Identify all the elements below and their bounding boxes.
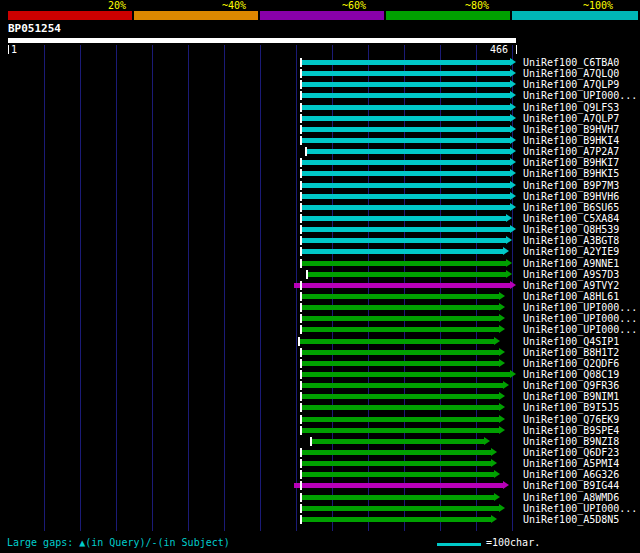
hit-row[interactable] [8,246,522,257]
hit-label[interactable]: UniRef100_A8WMD6 [523,492,619,503]
hit-alignment-bar[interactable] [300,316,499,321]
hit-label[interactable]: UniRef100_B9HVH6 [523,191,619,202]
hit-row[interactable] [8,458,522,469]
hit-row[interactable] [8,402,522,413]
hit-label[interactable]: UniRef100_Q2QDF6 [523,358,619,369]
hit-alignment-bar[interactable] [300,428,499,433]
hit-alignment-bar[interactable] [300,383,504,388]
hit-label[interactable]: UniRef100_B6SU65 [523,202,619,213]
hit-alignment-bar[interactable] [300,194,510,199]
hit-label[interactable]: UniRef100_UPI000... [523,503,637,514]
hit-label[interactable]: UniRef100_Q08C19 [523,369,619,380]
hit-label[interactable]: UniRef100_Q76EK9 [523,414,619,425]
hit-alignment-bar[interactable] [300,183,510,188]
hit-row[interactable] [8,213,522,224]
hit-row[interactable] [8,447,522,458]
hit-label[interactable]: UniRef100_B9HKI5 [523,168,619,179]
hit-alignment-bar[interactable] [300,93,510,98]
hit-row[interactable] [8,324,522,335]
hit-row[interactable] [8,291,522,302]
hit-alignment-bar[interactable] [298,339,494,344]
hit-label[interactable]: UniRef100_Q8H539 [523,224,619,235]
hit-label[interactable]: UniRef100_UPI000... [523,302,637,313]
hit-alignment-bar[interactable] [300,350,499,355]
hit-alignment-bar[interactable] [305,149,510,154]
hit-row[interactable] [8,168,522,179]
hit-label[interactable]: UniRef100_A8HL61 [523,291,619,302]
hit-label[interactable]: UniRef100_B9NIM1 [523,391,619,402]
hit-row[interactable] [8,380,522,391]
hit-alignment-bar[interactable] [300,495,494,500]
hit-row[interactable] [8,124,522,135]
hit-row[interactable] [8,235,522,246]
hit-alignment-bar[interactable] [300,60,510,65]
hit-row[interactable] [8,436,522,447]
hit-row[interactable] [8,157,522,168]
hit-label[interactable]: UniRef100_UPI000... [523,90,637,101]
hit-alignment-bar[interactable] [300,327,499,332]
hit-label[interactable]: UniRef100_A6G326 [523,469,619,480]
hit-row[interactable] [8,336,522,347]
hit-row[interactable] [8,514,522,525]
hit-alignment-bar[interactable] [300,472,494,477]
hit-label[interactable]: UniRef100_A5D8N5 [523,514,619,525]
hit-alignment-bar[interactable] [300,517,492,522]
hit-label[interactable]: UniRef100_A9NNE1 [523,258,619,269]
hit-alignment-bar[interactable] [300,238,506,243]
hit-row[interactable] [8,358,522,369]
hit-alignment-bar[interactable] [300,294,499,299]
hit-row[interactable] [8,425,522,436]
hit-alignment-bar[interactable] [310,439,484,444]
hit-alignment-bar[interactable] [300,305,499,310]
hit-label[interactable]: UniRef100_A5PMI4 [523,458,619,469]
hit-alignment-bar[interactable] [300,461,492,466]
hit-label[interactable]: UniRef100_Q9FR36 [523,380,619,391]
hit-row[interactable] [8,503,522,514]
hit-row[interactable] [8,391,522,402]
hit-row[interactable] [8,202,522,213]
hit-label[interactable]: UniRef100_A7QLQ0 [523,68,619,79]
hit-row[interactable] [8,492,522,503]
hit-label[interactable]: UniRef100_B9IG44 [523,480,619,491]
hit-alignment-bar[interactable] [300,506,499,511]
hit-alignment-bar[interactable] [300,405,499,410]
hit-alignment-bar[interactable] [300,160,510,165]
hit-alignment-bar[interactable] [306,272,505,277]
hit-row[interactable] [8,302,522,313]
hit-row[interactable] [8,79,522,90]
hit-row[interactable] [8,224,522,235]
hit-label[interactable]: UniRef100_B9SPE4 [523,425,619,436]
hit-label[interactable]: UniRef100_B9I5J5 [523,402,619,413]
hit-label[interactable]: UniRef100_B9HKI4 [523,135,619,146]
hit-row[interactable] [8,57,522,68]
hit-row[interactable] [8,480,522,491]
hit-alignment-bar[interactable] [300,417,499,422]
hit-alignment-bar[interactable] [300,372,510,377]
hit-label[interactable]: UniRef100_A3BGT8 [523,235,619,246]
hit-label[interactable]: UniRef100_A7QLP9 [523,79,619,90]
hit-label[interactable]: UniRef100_B8H1T2 [523,347,619,358]
hit-label[interactable]: UniRef100_B9P7M3 [523,180,619,191]
hit-label[interactable]: UniRef100_B9HVH7 [523,124,619,135]
hit-label[interactable]: UniRef100_A2YIE9 [523,246,619,257]
hit-alignment-bar[interactable] [300,127,510,132]
hit-alignment-bar[interactable] [300,116,510,121]
hit-label[interactable]: UniRef100_B9HKI7 [523,157,619,168]
hit-row[interactable] [8,146,522,157]
hit-label[interactable]: UniRef100_C6TBA0 [523,57,619,68]
hit-row[interactable] [8,280,522,291]
hit-alignment-bar[interactable] [300,227,510,232]
hit-alignment-bar[interactable] [300,138,510,143]
hit-row[interactable] [8,469,522,480]
hit-alignment-bar[interactable] [294,283,510,288]
hit-alignment-bar[interactable] [300,82,510,87]
hit-row[interactable] [8,347,522,358]
hit-alignment-bar[interactable] [300,361,499,366]
hit-label[interactable]: UniRef100_Q9LFS3 [523,102,619,113]
hit-label[interactable]: UniRef100_A7P2A7 [523,146,619,157]
hit-label[interactable]: UniRef100_UPI000... [523,313,637,324]
hit-label[interactable]: UniRef100_C5XA84 [523,213,619,224]
hit-label[interactable]: UniRef100_B9NZI8 [523,436,619,447]
hit-alignment-bar[interactable] [300,394,499,399]
hit-row[interactable] [8,135,522,146]
